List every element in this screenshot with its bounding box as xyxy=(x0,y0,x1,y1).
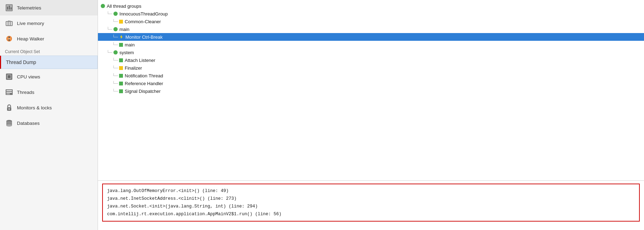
sidebar: Telemetries Live memory Heap Walke xyxy=(0,0,98,230)
bottom-area: java.lang.OutOfMemoryError.<init>() (lin… xyxy=(98,181,644,230)
tree-item-label: main xyxy=(125,42,135,47)
svg-point-23 xyxy=(8,108,10,110)
section-label: Current Object Set xyxy=(5,49,40,54)
sidebar-item-databases[interactable]: Databases xyxy=(0,115,98,131)
sidebar-section-current-object-set: Current Object Set xyxy=(0,46,98,56)
sidebar-item-label: Databases xyxy=(17,121,40,126)
tree-item-label: All thread groups xyxy=(107,4,141,9)
tree-item-label: system xyxy=(119,50,134,55)
tree-connector: └─ xyxy=(112,19,118,24)
tree-item-main-thread[interactable]: └─ main xyxy=(98,41,644,49)
svg-rect-21 xyxy=(6,94,10,94)
lightning-icon xyxy=(119,34,124,39)
tree-connector: └─ xyxy=(106,11,112,16)
square-yellow-icon xyxy=(119,66,123,70)
main-content: All thread groups └─ InnocuousThreadGrou… xyxy=(98,0,644,230)
telemetries-icon xyxy=(5,4,13,12)
svg-rect-9 xyxy=(8,20,9,21)
tree-item-label: Common-Cleaner xyxy=(125,19,161,24)
stack-trace-line-2: java.net.InetSocketAddress.<clinit>() (l… xyxy=(107,195,635,203)
stack-trace-line-1: java.lang.OutOfMemoryError.<init>() (lin… xyxy=(107,187,635,195)
live-memory-icon xyxy=(5,19,13,27)
square-green-icon xyxy=(119,89,123,93)
sidebar-item-cpu-views[interactable]: CPU views xyxy=(0,69,98,84)
square-green-icon xyxy=(119,82,123,85)
svg-rect-4 xyxy=(11,7,12,9)
dot-green-icon xyxy=(113,50,118,55)
tree-item-main-group[interactable]: └─ main xyxy=(98,25,644,33)
tree-item-finalizer[interactable]: └─ Finalizer xyxy=(98,64,644,72)
svg-rect-7 xyxy=(8,22,10,25)
threads-icon xyxy=(5,88,13,96)
svg-rect-3 xyxy=(9,6,10,9)
tree-item-signal-dispatcher[interactable]: └─ Signal Dispatcher xyxy=(98,87,644,95)
svg-rect-13 xyxy=(8,37,10,38)
tree-connector: └─ xyxy=(106,27,112,32)
tree-item-common-cleaner[interactable]: └─ Common-Cleaner xyxy=(98,18,644,25)
sidebar-item-label: Live memory xyxy=(17,21,44,26)
tree-item-label: Reference Handler xyxy=(125,81,163,86)
square-green-icon xyxy=(119,43,123,47)
databases-icon xyxy=(5,119,13,127)
svg-rect-8 xyxy=(11,22,12,25)
sidebar-item-label: CPU views xyxy=(17,74,40,79)
dot-green-icon xyxy=(113,12,118,16)
sidebar-item-label: Thread Dump xyxy=(6,59,36,65)
sidebar-item-label: Heap Walker xyxy=(17,36,44,41)
tree-item-label: Signal Dispatcher xyxy=(125,89,161,94)
square-green-icon xyxy=(119,74,123,78)
tree-item-label: Finalizer xyxy=(125,65,142,71)
svg-rect-6 xyxy=(6,22,8,25)
tree-connector: └─ xyxy=(112,81,118,86)
tree-connector: └─ xyxy=(106,50,112,55)
tree-connector: └─ xyxy=(112,58,118,63)
svg-rect-14 xyxy=(8,39,10,41)
svg-rect-17 xyxy=(8,75,11,78)
stack-trace-line-3: java.net.Socket.<init>(java.lang.String,… xyxy=(107,203,635,210)
sidebar-item-threads[interactable]: Threads xyxy=(0,84,98,100)
tree-connector: └─ xyxy=(112,65,118,70)
tree-item-innocuous[interactable]: └─ InnocuousThreadGroup xyxy=(98,10,644,18)
tree-item-system[interactable]: └─ system xyxy=(98,49,644,56)
tree-connector: └─ xyxy=(112,34,118,39)
tree-item-monitor-ctrl-break[interactable]: └─ Monitor Ctrl-Break xyxy=(98,33,644,41)
tree-item-notification-thread[interactable]: └─ Notification Thread xyxy=(98,72,644,79)
tree-item-label: Attach Listener xyxy=(125,58,155,63)
dot-green-icon xyxy=(101,4,105,8)
svg-rect-19 xyxy=(6,90,12,91)
sidebar-item-telemetries[interactable]: Telemetries xyxy=(0,0,98,15)
sidebar-item-label: Threads xyxy=(17,90,35,95)
svg-rect-2 xyxy=(7,7,8,9)
tree-item-all-thread-groups[interactable]: All thread groups xyxy=(98,2,644,10)
sidebar-item-heap-walker[interactable]: Heap Walker xyxy=(0,31,98,46)
svg-rect-20 xyxy=(6,92,12,93)
square-yellow-icon xyxy=(119,20,123,24)
tree-item-label: Monitor Ctrl-Break xyxy=(125,34,162,40)
tree-item-label: InnocuousThreadGroup xyxy=(119,11,168,17)
sidebar-item-label: Telemetries xyxy=(17,5,41,11)
tree-item-reference-handler[interactable]: └─ Reference Handler xyxy=(98,79,644,87)
svg-point-30 xyxy=(6,124,12,127)
tree-item-label: main xyxy=(119,27,129,32)
heap-walker-icon xyxy=(5,34,13,43)
tree-connector: └─ xyxy=(112,73,118,78)
sidebar-item-monitors-locks[interactable]: Monitors & locks xyxy=(0,100,98,115)
dot-green-icon xyxy=(113,27,118,31)
svg-marker-31 xyxy=(120,35,123,39)
cpu-views-icon xyxy=(5,72,13,81)
tree-item-label: Notification Thread xyxy=(125,73,163,78)
sidebar-item-live-memory[interactable]: Live memory xyxy=(0,15,98,31)
stack-trace-panel: java.lang.OutOfMemoryError.<init>() (lin… xyxy=(102,184,640,222)
sidebar-item-label: Monitors & locks xyxy=(17,105,52,110)
tree-connector: └─ xyxy=(112,89,118,94)
monitors-icon xyxy=(5,103,13,112)
tree-connector: └─ xyxy=(112,42,118,47)
square-green-icon xyxy=(119,58,123,62)
sidebar-item-thread-dump[interactable]: Thread Dump xyxy=(0,56,98,69)
thread-tree-panel[interactable]: All thread groups └─ InnocuousThreadGrou… xyxy=(98,0,644,181)
stack-trace-line-4: com.intellij.rt.execution.application.Ap… xyxy=(107,210,635,218)
tree-item-attach-listener[interactable]: └─ Attach Listener xyxy=(98,56,644,64)
svg-rect-10 xyxy=(10,20,10,21)
